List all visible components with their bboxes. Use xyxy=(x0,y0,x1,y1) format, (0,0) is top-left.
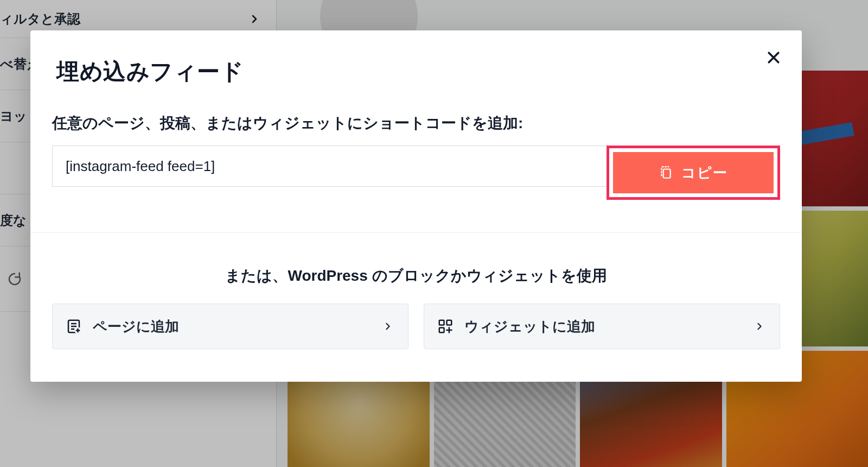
shortcode-row: コピー xyxy=(52,146,780,200)
copy-button-highlight: コピー xyxy=(607,146,780,200)
divider xyxy=(30,232,802,233)
chevron-right-icon xyxy=(756,323,763,330)
shortcode-section-title: 任意のページ、投稿、またはウィジェットにショートコードを追加: xyxy=(52,113,780,134)
close-icon xyxy=(765,49,782,66)
svg-rect-0 xyxy=(663,169,671,178)
shortcode-input[interactable] xyxy=(52,146,607,187)
close-button[interactable] xyxy=(762,46,786,70)
add-to-page-button[interactable]: ページに追加 xyxy=(52,304,409,349)
modal-title: 埋め込みフィード xyxy=(30,30,802,93)
add-to-widget-label: ウィジェットに追加 xyxy=(464,317,595,336)
chevron-right-icon xyxy=(384,323,392,330)
page-icon xyxy=(66,318,82,335)
shortcode-section: 任意のページ、投稿、またはウィジェットにショートコードを追加: コピー xyxy=(30,93,802,200)
add-to-page-label: ページに追加 xyxy=(93,317,179,336)
copy-icon xyxy=(659,166,673,180)
embed-feed-modal: 埋め込みフィード 任意のページ、投稿、またはウィジェットにショートコードを追加:… xyxy=(30,30,802,382)
svg-rect-10 xyxy=(439,328,444,333)
copy-button[interactable]: コピー xyxy=(613,152,774,193)
copy-button-label: コピー xyxy=(681,163,728,182)
widget-icon xyxy=(437,318,454,335)
svg-rect-8 xyxy=(439,320,444,325)
add-to-widget-button[interactable]: ウィジェットに追加 xyxy=(424,304,780,349)
alternative-buttons-row: ページに追加 ウィジェットに追加 xyxy=(30,304,802,349)
svg-rect-9 xyxy=(447,320,452,325)
alternative-section-title: または、WordPress のブロックかウィジェットを使用 xyxy=(30,266,802,286)
